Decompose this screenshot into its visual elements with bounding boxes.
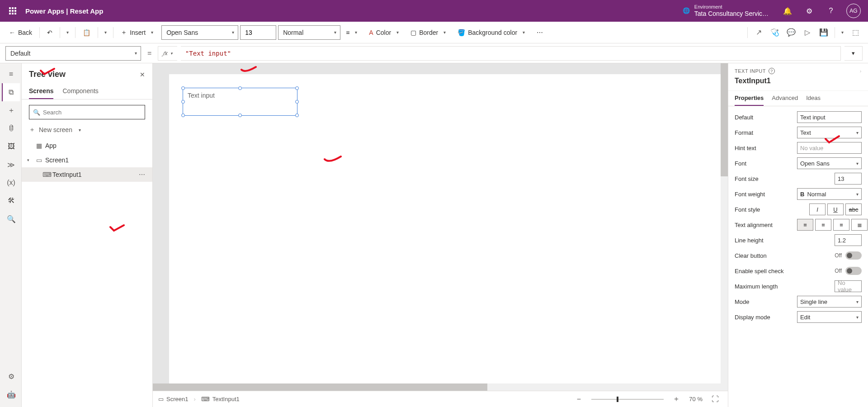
new-screen-button[interactable]: ＋ New screen ▾: [22, 123, 152, 137]
help-icon[interactable]: ?: [769, 68, 775, 74]
prop-fontsize-field[interactable]: 13: [835, 173, 862, 185]
chevron-down-icon[interactable]: ▾: [27, 158, 33, 162]
prop-lineheight-field[interactable]: 1.2: [835, 234, 862, 246]
environment-picker[interactable]: 🌐 Environment Tata Consultancy Servic…: [683, 4, 769, 18]
expand-panel-icon[interactable]: ›: [860, 68, 862, 74]
settings-icon[interactable]: ⚙: [799, 1, 819, 21]
tree-search[interactable]: 🔍: [29, 105, 145, 119]
back-button[interactable]: ←Back: [5, 25, 36, 40]
tab-ideas[interactable]: Ideas: [806, 91, 821, 106]
power-automate-icon[interactable]: ≫: [2, 156, 20, 174]
user-avatar[interactable]: AG: [846, 4, 861, 18]
settings-pane-icon[interactable]: ⚙: [2, 367, 20, 385]
tab-components[interactable]: Components: [62, 84, 98, 99]
property-select[interactable]: Default: [5, 46, 141, 61]
undo-button[interactable]: ↶: [43, 25, 56, 40]
font-family-select[interactable]: Open Sans: [161, 25, 238, 40]
control-name[interactable]: TextInput1: [735, 74, 862, 89]
border-button[interactable]: ▢Border▾: [407, 25, 452, 40]
insert-pane-icon[interactable]: ＋: [2, 101, 20, 119]
screen-icon: ▭: [35, 156, 42, 164]
horizontal-scrollbar[interactable]: [153, 383, 721, 391]
tools-icon[interactable]: 🛠: [2, 192, 20, 210]
resize-handle[interactable]: [181, 100, 185, 104]
formula-input[interactable]: "Text input": [181, 46, 841, 61]
variables-icon[interactable]: (x): [2, 174, 20, 192]
resize-handle[interactable]: [181, 114, 185, 117]
zoom-slider[interactable]: [591, 399, 664, 400]
italic-button[interactable]: I: [809, 204, 826, 215]
align-justify-button[interactable]: ≣: [851, 219, 868, 231]
paste-button[interactable]: 📋: [79, 25, 94, 40]
publish-icon[interactable]: ⬚: [848, 25, 863, 40]
align-button[interactable]: ≡▾: [342, 25, 363, 40]
underline-button[interactable]: U: [827, 204, 844, 215]
resize-handle[interactable]: [295, 86, 299, 90]
resize-handle[interactable]: [295, 114, 299, 117]
resize-handle[interactable]: [181, 86, 185, 90]
font-weight-select[interactable]: Normal: [278, 25, 340, 40]
font-size-input[interactable]: [240, 25, 276, 40]
prop-fontweight-select[interactable]: BNormal: [797, 188, 862, 200]
align-left-button[interactable]: ≡: [797, 219, 813, 231]
app-launcher-icon[interactable]: [4, 2, 22, 20]
overflow-button[interactable]: ⋯: [533, 25, 547, 40]
align-right-button[interactable]: ≡: [833, 219, 849, 231]
resize-handle[interactable]: [238, 114, 242, 117]
zoom-out-button[interactable]: −: [571, 392, 586, 407]
prop-display-select[interactable]: Edit: [797, 311, 862, 323]
textinput-control[interactable]: Text input: [183, 88, 297, 116]
save-icon[interactable]: 💾: [816, 25, 831, 40]
play-icon[interactable]: ▷: [800, 25, 815, 40]
vertical-scrollbar[interactable]: [721, 63, 728, 391]
tab-screens[interactable]: Screens: [29, 84, 53, 99]
prop-maxlen-field[interactable]: No value: [835, 280, 862, 292]
formula-bar: Default = 𝑓x▾ "Text input" ▾: [0, 43, 868, 63]
search-input[interactable]: [43, 109, 141, 116]
share-icon[interactable]: ↗: [751, 25, 766, 40]
paste-menu-chevron[interactable]: ▾: [102, 30, 109, 35]
align-center-button[interactable]: ≡: [815, 219, 831, 231]
save-menu-chevron[interactable]: ▾: [839, 30, 846, 35]
formula-expand-button[interactable]: ▾: [844, 46, 863, 61]
tree-item-screen1[interactable]: ▾▭Screen1: [22, 153, 152, 167]
prop-mode-select[interactable]: Single line: [797, 296, 862, 308]
notifications-icon[interactable]: 🔔: [778, 1, 797, 21]
spell-check-toggle[interactable]: [845, 267, 862, 275]
color-button[interactable]: AColor▾: [365, 25, 405, 40]
search-icon[interactable]: 🔍: [2, 210, 20, 228]
resize-handle[interactable]: [238, 86, 242, 90]
breadcrumb-screen[interactable]: ▭Screen1: [158, 396, 188, 402]
resize-handle[interactable]: [295, 100, 299, 104]
insert-button[interactable]: ＋Insert▾: [117, 25, 160, 40]
prop-hint-field[interactable]: No value: [797, 142, 862, 154]
fit-to-screen-icon[interactable]: ⛶: [708, 392, 722, 407]
prop-format-select[interactable]: Text: [797, 127, 862, 138]
prop-font-select[interactable]: Open Sans: [797, 157, 862, 169]
align-icon: ≡: [346, 29, 349, 36]
fx-button[interactable]: 𝑓x▾: [158, 46, 177, 61]
help-icon[interactable]: ?: [821, 1, 841, 21]
app-checker-icon[interactable]: 🩺: [768, 25, 782, 40]
bgcolor-button[interactable]: 🪣Background color▾: [454, 25, 531, 40]
tree-item-app[interactable]: ▦App: [22, 138, 152, 153]
more-options-icon[interactable]: ⋯: [137, 171, 147, 178]
tab-properties[interactable]: Properties: [735, 91, 764, 106]
clear-button-toggle[interactable]: [845, 251, 862, 260]
hamburger-icon[interactable]: ≡: [2, 65, 20, 83]
tab-advanced[interactable]: Advanced: [772, 91, 798, 106]
comments-icon[interactable]: 💬: [784, 25, 798, 40]
chevron-down-icon: ▾: [852, 50, 855, 57]
prop-default-field[interactable]: Text input: [797, 111, 862, 123]
undo-menu-chevron[interactable]: ▾: [64, 30, 71, 35]
zoom-in-button[interactable]: ＋: [669, 392, 684, 407]
breadcrumb-control[interactable]: ⌨TextInput1: [201, 396, 240, 402]
close-icon[interactable]: ✕: [140, 71, 145, 78]
canvas[interactable]: Text input: [169, 74, 722, 383]
strikethrough-button[interactable]: abc: [845, 204, 862, 215]
tree-item-textinput1[interactable]: ⌨TextInput1 ⋯: [22, 167, 152, 182]
data-icon[interactable]: 🛢: [2, 119, 20, 137]
virtual-agent-icon[interactable]: 🤖: [2, 385, 20, 403]
tree-view-icon[interactable]: ⧉: [2, 83, 20, 101]
media-icon[interactable]: 🖼: [2, 137, 20, 156]
